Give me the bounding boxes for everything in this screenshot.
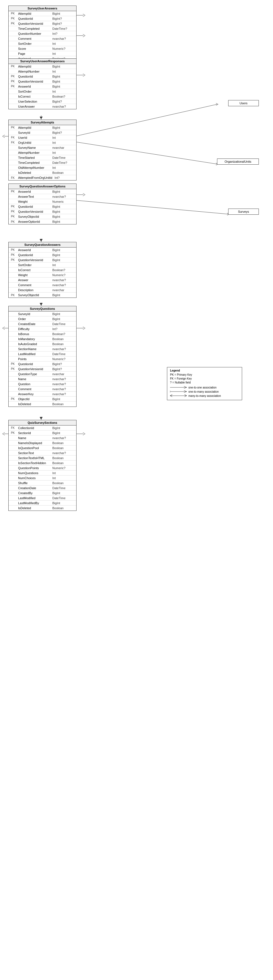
table-row: TimeCompleted DateTime?	[9, 26, 76, 31]
table-row: IsBonus Boolean?	[9, 331, 76, 336]
table-header-SurveyAttempts: SurveyAttempts	[9, 120, 76, 125]
table-SurveyAttempts: SurveyAttempts PK AttemptId BigInt Surve…	[8, 119, 77, 180]
table-row: Description nvarchar	[9, 288, 76, 293]
table-row: CreatedDate DateTime	[9, 321, 76, 326]
table-row: UserAnswer nvarchar?	[9, 104, 76, 109]
entity-Surveys: Surveys	[228, 208, 259, 215]
table-row: Score Numeric?	[9, 46, 76, 51]
table-row: PK QuestionVersionId BigInt	[9, 79, 76, 84]
table-row: UserSelection BigInt?	[9, 99, 76, 104]
table-row: PK SectionId BigInt	[9, 431, 76, 436]
table-row: Shuffle Boolean	[9, 480, 76, 485]
legend-fk: FK = Foreign Key	[170, 377, 239, 380]
table-row: NameIsDisplayed Boolean	[9, 441, 76, 445]
table-row: LastModifiedBy BigInt	[9, 501, 76, 506]
entity-Users: Users	[228, 100, 259, 106]
table-row: NumQuestions Int	[9, 471, 76, 476]
table-row: Question nvarchar?	[9, 382, 76, 387]
table-row: Name nvarchar?	[9, 436, 76, 441]
table-row: Answer nvarchar?	[9, 278, 76, 283]
table-row: QuestionType nvarchar	[9, 372, 76, 377]
table-row: SectionText nvarchar?	[9, 450, 76, 455]
table-row: IsAutoGraded Boolean	[9, 342, 76, 347]
table-SurveyQuestionAnswerOptions: SurveyQuestionAnswerOptions PK AnswerId …	[8, 183, 77, 224]
table-row: FK UserId Int	[9, 135, 76, 140]
table-row: TimeStarted DateTime	[9, 155, 76, 160]
svg-line-4	[75, 104, 217, 136]
table-row: PK QuestionVersionId BigInt	[9, 258, 76, 262]
entity-Surveys-label: Surveys	[238, 210, 249, 213]
table-row: IsDeleted Boolean	[9, 402, 76, 407]
table-row: NumChoices Int	[9, 476, 76, 480]
table-row: SectionTextIsHTML Boolean	[9, 455, 76, 461]
entity-Users-label: Users	[239, 102, 247, 105]
table-row: CreationDate DateTime	[9, 485, 76, 490]
table-row: TimeCompleted DateTime?	[9, 160, 76, 165]
table-row: PK SurveyObjectId BigInt	[9, 214, 76, 219]
table-row: PK AnswerId BigInt	[9, 84, 76, 89]
table-row: IsCorrect Boolean?	[9, 267, 76, 272]
table-row: PK AttemptId BigInt	[9, 11, 76, 16]
table-row: Order BigInt	[9, 317, 76, 321]
table-row: AnswerText nvarchar?	[9, 194, 76, 199]
entity-OrganizationalUnits: OrganizationalUnits	[217, 159, 259, 165]
table-row: Difficulty Int?	[9, 326, 76, 331]
table-row: AnswerKey nvarchar?	[9, 391, 76, 396]
table-row: Page Int	[9, 51, 76, 56]
table-row: PK QuestionId BigInt	[9, 204, 76, 209]
table-row: SortOrder Int	[9, 89, 76, 94]
table-row: Weight Numeric?	[9, 272, 76, 278]
svg-line-5	[75, 142, 217, 164]
table-SurveyUserAnswers: SurveyUserAnswers PK AttemptId BigInt PK…	[8, 6, 77, 62]
svg-line-23	[184, 390, 187, 391]
table-row: FK CollectionId BigInt	[9, 425, 76, 431]
table-row: Comment nvarchar?	[9, 387, 76, 391]
svg-line-8	[75, 200, 228, 214]
table-row: SortOrder Int	[9, 262, 76, 267]
table-row: PK QuestionVersionId BigInt?	[9, 21, 76, 26]
table-row: Points Numeric?	[9, 356, 76, 361]
entity-OrganizationalUnits-label: OrganizationalUnits	[225, 160, 251, 163]
table-row: PK QuestionVersionId BigInt?	[9, 366, 76, 372]
table-row: IsCorrect Boolean?	[9, 94, 76, 99]
table-SurveyQuestions: SurveyQuestions SurveyId BigInt Order Bi…	[8, 306, 77, 407]
table-row: PK ObjectId BigInt	[9, 396, 76, 402]
table-row: PK AnswerId BigInt	[9, 248, 76, 253]
diagram-container: SurveyUserAnswers PK AttemptId BigInt PK…	[0, 0, 273, 980]
table-row: Comment nvarchar?	[9, 36, 76, 41]
table-row: IsDeleted Boolean	[9, 506, 76, 511]
legend-one-to-many: one-to-many association	[170, 390, 239, 393]
table-row: SectionName nvarchar?	[9, 347, 76, 352]
table-row: LastModified DateTime	[9, 352, 76, 356]
legend-pk: PK = Primary Key	[170, 373, 239, 376]
table-row: FK OrgUnitId Int	[9, 140, 76, 145]
table-row: PK AttemptId BigInt	[9, 125, 76, 130]
table-row: PK QuestionId BigInt	[9, 74, 76, 79]
table-SurveyUserAnswerResponses: SurveyUserAnswerResponses PK AttemptId B…	[8, 59, 77, 109]
table-header-SurveyQuestionAnswers: SurveyQuestionAnswers	[9, 242, 76, 248]
table-row: SortOrder Int	[9, 41, 76, 46]
table-row: Comment nvarchar?	[9, 283, 76, 288]
table-row: PK SurveyObjectId BigInt	[9, 293, 76, 298]
table-QuizSurveySections: QuizSurveySections FK CollectionId BigIn…	[8, 420, 77, 511]
table-row: PK QuestionId BigInt	[9, 253, 76, 258]
table-row: AttemptNumber Int	[9, 69, 76, 74]
table-row: FK AttemptedFromOrgUnitId Int?	[9, 175, 76, 180]
table-header-QuizSurveySections: QuizSurveySections	[9, 420, 76, 425]
table-row: SurveyName nvarchar	[9, 145, 76, 150]
table-row: PK AttemptId BigInt	[9, 64, 76, 69]
table-row: SurveyId BigInt	[9, 312, 76, 317]
legend: Legend PK = Primary Key FK = Foreign Key…	[167, 367, 242, 400]
legend-nullable: ? = Nullable field	[170, 381, 239, 384]
table-row: QuestionNumber Int?	[9, 31, 76, 36]
table-row: IsSectionTextHidden Boolean	[9, 461, 76, 466]
svg-line-24	[184, 391, 187, 393]
table-row: LastModified DateTime	[9, 496, 76, 501]
table-row: Name nvarchar?	[9, 377, 76, 382]
table-row: OldAttemptNumber Int	[9, 165, 76, 170]
table-header-SurveyUserAnswerResponses: SurveyUserAnswerResponses	[9, 59, 76, 64]
table-row: SurveyId BigInt?	[9, 130, 76, 135]
table-row: IsDeleted Boolean	[9, 170, 76, 175]
table-header-SurveyUserAnswers: SurveyUserAnswers	[9, 6, 76, 11]
table-header-SurveyQuestionAnswerOptions: SurveyQuestionAnswerOptions	[9, 184, 76, 189]
